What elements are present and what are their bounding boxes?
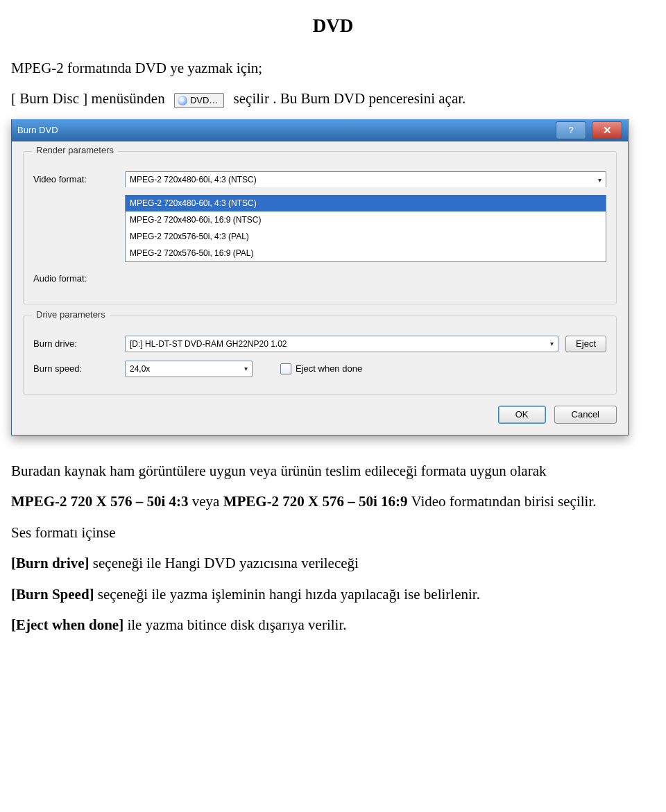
audio-format-label: Audio format:: [33, 273, 125, 284]
video-format-dropdown: MPEG-2 720x480-60i, 4:3 (NTSC) MPEG-2 72…: [125, 195, 606, 262]
video-format-value: MPEG-2 720x480-60i, 4:3 (NTSC): [130, 175, 257, 184]
help-icon: ?: [568, 125, 573, 135]
disc-icon: [178, 96, 187, 105]
burn-speed-desc: seçeneği ile yazma işleminin hangi hızda…: [94, 586, 480, 603]
video-format-option[interactable]: MPEG-2 720x576-50i, 16:9 (PAL): [126, 245, 606, 261]
video-format-label: Video format:: [33, 174, 125, 184]
chevron-down-icon: ▾: [550, 340, 554, 347]
body-para-3: Ses formatı içinse: [11, 522, 655, 543]
body-para-5: [Burn Speed] seçeneği ile yazma işlemini…: [11, 584, 655, 605]
close-button[interactable]: ✕: [592, 121, 622, 139]
burn-drive-value: [D:] HL-DT-ST DVD-RAM GH22NP20 1.02: [130, 339, 287, 349]
ok-button[interactable]: OK: [498, 406, 546, 424]
body-para-6: [Eject when done] ile yazma bitince disk…: [11, 614, 655, 635]
burn-drive-desc: seçeneği ile Hangi DVD yazıcısına verile…: [89, 555, 359, 571]
or-text: veya: [188, 493, 223, 510]
burn-speed-term: [Burn Speed]: [11, 586, 94, 603]
video-format-option[interactable]: MPEG-2 720x480-60i, 16:9 (NTSC): [126, 211, 606, 228]
window-title: Burn DVD: [17, 125, 58, 135]
eject-when-done-wrap[interactable]: Eject when done: [280, 363, 362, 374]
window-titlebar: Burn DVD ? ✕: [12, 119, 628, 141]
help-button[interactable]: ?: [556, 121, 586, 139]
render-parameters-legend: Render parameters: [32, 145, 118, 155]
body-para-1: Buradan kaynak ham görüntülere uygun vey…: [11, 460, 655, 481]
dvd-menu-label: DVD…: [190, 95, 218, 105]
burn-speed-value: 24,0x: [130, 364, 150, 374]
cancel-button[interactable]: Cancel: [554, 406, 617, 424]
intro-line-1: MPEG-2 formatında DVD ye yazmak için;: [11, 58, 655, 78]
intro-suffix: seçilir . Bu Burn DVD penceresini açar.: [234, 90, 466, 107]
burn-speed-combo[interactable]: 24,0x ▾: [125, 361, 253, 377]
drive-parameters-group: Drive parameters Burn drive: [D:] HL-DT-…: [23, 316, 617, 395]
dialog-actions: OK Cancel: [23, 406, 617, 424]
page-title: DVD: [11, 15, 655, 37]
body-para-4: [Burn drive] seçeneği ile Hangi DVD yazı…: [11, 553, 655, 573]
dvd-menu-item[interactable]: DVD…: [174, 93, 224, 108]
render-parameters-group: Render parameters Video format: MPEG-2 7…: [23, 151, 617, 304]
burn-drive-term: [Burn drive]: [11, 555, 89, 571]
intro-line-2: [ Burn Disc ] menüsünden DVD… seçilir . …: [11, 88, 655, 109]
burn-dvd-dialog-screenshot: Burn DVD ? ✕ Render parameters Video for…: [11, 119, 629, 435]
burn-drive-label: Burn drive:: [33, 338, 125, 349]
format-tail: Video formatından birisi seçilir.: [408, 493, 597, 510]
drive-parameters-legend: Drive parameters: [32, 309, 110, 320]
video-format-option[interactable]: MPEG-2 720x480-60i, 4:3 (NTSC): [126, 195, 606, 211]
intro-prefix: [ Burn Disc ] menüsünden: [11, 90, 165, 107]
eject-when-done-label: Eject when done: [296, 363, 362, 374]
video-format-option[interactable]: MPEG-2 720x576-50i, 4:3 (PAL): [126, 228, 606, 245]
format-169: MPEG-2 720 X 576 – 50i 16:9: [223, 493, 408, 510]
close-icon: ✕: [603, 124, 612, 137]
burn-drive-combo[interactable]: [D:] HL-DT-ST DVD-RAM GH22NP20 1.02 ▾: [125, 336, 558, 352]
body-para-2: MPEG-2 720 X 576 – 50i 4:3 veya MPEG-2 7…: [11, 491, 655, 512]
eject-done-term: [Eject when done]: [11, 616, 123, 633]
eject-button[interactable]: Eject: [565, 336, 606, 352]
chevron-down-icon: ▾: [598, 176, 601, 184]
burn-speed-label: Burn speed:: [33, 363, 125, 374]
format-43: MPEG-2 720 X 576 – 50i 4:3: [11, 493, 188, 510]
eject-when-done-checkbox[interactable]: [280, 363, 291, 374]
burn-dvd-window: Burn DVD ? ✕ Render parameters Video for…: [11, 119, 629, 435]
eject-done-desc: ile yazma bitince disk dışarıya verilir.: [123, 616, 346, 633]
chevron-down-icon: ▾: [244, 365, 248, 372]
video-format-combo[interactable]: MPEG-2 720x480-60i, 4:3 (NTSC) ▾: [125, 171, 606, 187]
